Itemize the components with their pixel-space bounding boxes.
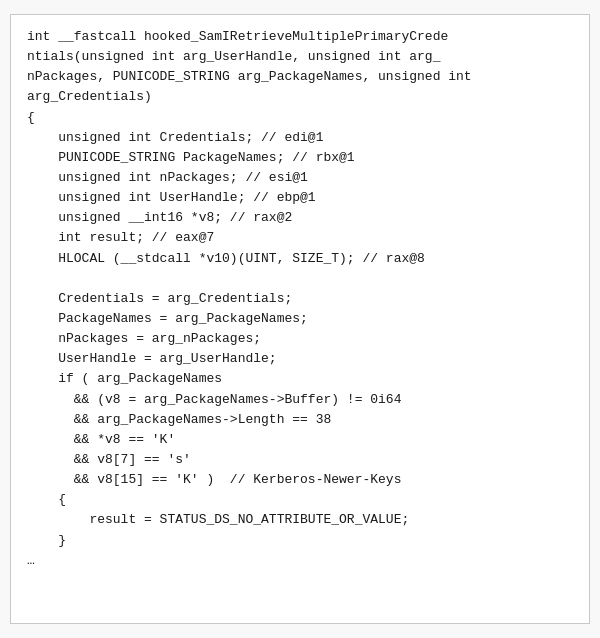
- code-container: int __fastcall hooked_SamIRetrieveMultip…: [10, 14, 590, 624]
- code-block: int __fastcall hooked_SamIRetrieveMultip…: [27, 27, 573, 571]
